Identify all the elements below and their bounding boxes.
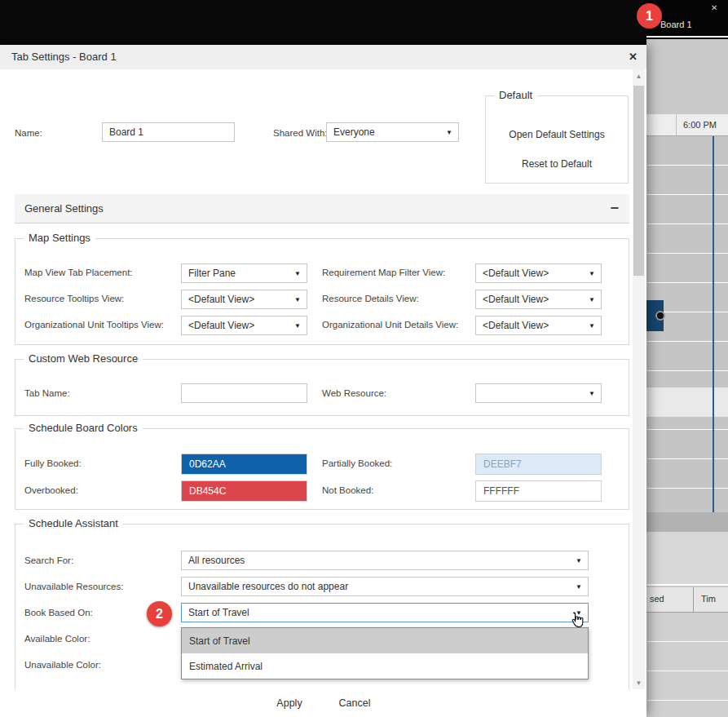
requirement-map-filter-view-label: Requirement Map Filter View: [322,268,445,277]
open-default-settings-link[interactable]: Open Default Settings [486,129,628,140]
option-start-of-travel[interactable]: Start of Travel [182,628,588,653]
map-view-tab-placement-label: Map View Tab Placement: [24,268,133,277]
requirement-map-filter-view-value: <Default View> [483,268,549,279]
unavailable-resources-select[interactable]: Unavailable resources do not appear ▼ [181,577,589,596]
dropdown-arrow-icon: ▼ [589,296,595,303]
reset-to-default-link[interactable]: Reset to Default [486,158,628,170]
resource-tooltips-view-select[interactable]: <Default View> ▼ [181,290,307,309]
partially-booked-label: Partially Booked: [322,458,392,468]
dialog-close-icon[interactable]: ✕ [629,51,638,63]
dropdown-arrow-icon: ▼ [589,270,595,277]
search-for-value: All resources [188,555,245,566]
current-time-indicator [713,136,714,512]
tab-name-label: Tab Name: [24,388,70,398]
requirement-map-filter-view-select[interactable]: <Default View> ▼ [475,263,602,283]
book-based-on-select[interactable]: Start of Travel ▼ [181,603,589,622]
resource-tooltips-view-value: <Default View> [188,294,254,305]
dropdown-arrow-icon: ▼ [294,296,301,303]
custom-web-resource-legend: Custom Web Resource [24,352,143,365]
resource-details-view-value: <Default View> [483,294,549,305]
search-for-select[interactable]: All resources ▼ [181,551,589,570]
bottom-header-right-label: Tim [693,587,716,612]
org-unit-tooltips-view-select[interactable]: <Default View> ▼ [181,316,307,335]
search-for-label: Search For: [24,555,73,565]
schedule-board-colors-legend: Schedule Board Colors [24,422,143,434]
org-unit-details-view-select[interactable]: <Default View> ▼ [475,316,602,335]
fully-booked-label: Fully Booked: [24,458,82,468]
overbooked-label: Overbooked: [24,485,78,495]
dropdown-arrow-icon: ▼ [589,390,595,397]
unavailable-resources-value: Unavailable resources do not appear [188,581,348,592]
dropdown-arrow-icon: ▼ [576,583,582,591]
annotation-step-1-badge: 1 [637,3,662,29]
dialog-footer: Apply Cancel [0,689,646,717]
general-settings-section-header[interactable]: General Settings − [15,194,629,224]
dropdown-arrow-icon: ▼ [294,270,301,277]
time-header-divider [676,114,677,135]
web-resource-select[interactable]: ▼ [475,383,602,403]
booking-block[interactable] [646,300,664,331]
app-top-bar [0,0,728,45]
board-divider-band [646,512,728,532]
scroll-up-icon[interactable]: ▲ [633,69,645,82]
resource-details-view-label: Resource Details View: [322,294,419,303]
unavailable-color-label: Unavailable Color: [24,660,101,670]
shared-with-select[interactable]: Everyone ▼ [326,122,459,142]
shared-with-label: Shared With: [273,128,327,138]
web-resource-label: Web Resource: [322,388,386,398]
schedule-grid-light-row [646,387,728,417]
name-input[interactable] [102,122,235,142]
option-estimated-arrival[interactable]: Estimated Arrival [182,653,588,679]
book-based-on-label: Book Based On: [24,608,93,617]
overbooked-color-input[interactable]: DB454C [181,480,307,502]
not-booked-label: Not Booked: [322,485,373,495]
bottom-panel-header: sed Tim [646,587,728,613]
dropdown-arrow-icon: ▼ [589,322,595,330]
board-toolbar-area [646,39,728,114]
screen: Board 1 ✕ 6:00 PM sed Tim Tab Settings -… [0,0,728,717]
schedule-board-background: Board 1 ✕ 6:00 PM sed Tim [646,0,728,717]
scroll-down-icon[interactable]: ▼ [633,676,645,689]
bottom-header-left-label: sed [650,594,664,604]
book-based-on-value: Start of Travel [188,607,249,618]
scrollbar-thumb[interactable] [633,86,644,276]
booking-status-dot [655,311,665,321]
fully-booked-color-input[interactable]: 0D62AA [181,454,307,475]
not-booked-color-input[interactable]: FFFFFF [475,480,602,502]
dropdown-arrow-icon: ▼ [446,129,452,136]
unavailable-resources-label: Unavailable Resources: [24,582,123,591]
dialog-title: Tab Settings - Board 1 [11,45,117,69]
org-unit-details-view-label: Organizational Unit Details View: [322,320,458,330]
org-unit-tooltips-view-value: <Default View> [188,320,254,331]
dialog-scrollbar[interactable]: ▲ ▼ [633,69,645,689]
schedule-assistant-legend: Schedule Assistant [24,517,123,529]
cancel-button[interactable]: Cancel [330,689,379,717]
dropdown-arrow-icon: ▼ [576,557,582,564]
dialog-header: Tab Settings - Board 1 ✕ [0,45,646,69]
shared-with-value: Everyone [333,126,375,138]
available-color-label: Available Color: [24,634,90,644]
annotation-step-2-badge: 2 [147,601,172,626]
time-header-label: 6:00 PM [683,120,717,130]
partially-booked-color-input[interactable]: DEEBF7 [475,454,602,475]
general-settings-title: General Settings [24,194,104,224]
apply-button[interactable]: Apply [265,689,314,717]
time-header-row: 6:00 PM [646,114,728,136]
dropdown-arrow-icon: ▼ [294,322,301,330]
default-group-legend: Default [494,89,537,101]
resource-details-view-select[interactable]: <Default View> ▼ [475,290,602,309]
map-view-tab-placement-select[interactable]: Filter Pane ▼ [181,263,307,283]
collapse-icon[interactable]: − [610,194,619,222]
book-based-on-option-list: Start of Travel Estimated Arrival [181,627,589,679]
hand-cursor-icon [567,610,587,630]
tab-name-input[interactable] [181,383,307,403]
default-group: Default Open Default Settings Reset to D… [485,95,629,184]
name-label: Name: [15,128,42,138]
org-unit-details-view-value: <Default View> [483,320,549,331]
board-lower-panel [646,532,728,586]
board-tab[interactable]: Board 1 [660,20,692,29]
map-view-tab-placement-value: Filter Pane [188,268,236,279]
board-tab-close-icon[interactable]: ✕ [711,3,717,12]
org-unit-tooltips-view-label: Organizational Unit Tooltips View: [24,320,164,330]
bottom-panel-rows [646,613,728,717]
